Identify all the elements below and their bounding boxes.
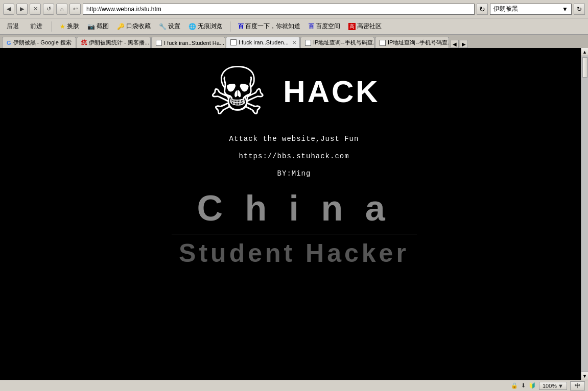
tab-1-favicon: G (7, 40, 11, 46)
tab-5[interactable]: IP地址查询--手机号码查... ✕ (300, 37, 374, 48)
refresh-button[interactable]: ↺ (43, 4, 54, 15)
settings-icon: 🔧 (159, 23, 167, 30)
skull-hack-area: ☠ HACK (208, 58, 380, 125)
swap-label: 换肤 (67, 22, 79, 31)
nav-bar: ◀ ▶ ✕ ↺ ⌂ ↩ ↻ 伊朗被黑 ▼ ↻ (0, 0, 588, 18)
settings-button[interactable]: 🔧 设置 (157, 21, 182, 32)
go-button[interactable]: ↻ (477, 4, 488, 15)
address-bar-container (83, 4, 475, 15)
forward-tool-button[interactable]: 前进 (27, 20, 46, 33)
address-input[interactable] (83, 4, 475, 15)
browser-window: ◀ ▶ ✕ ↺ ⌂ ↩ ↻ 伊朗被黑 ▼ ↻ 后退 前进 ★ 换肤 📷 截图 (0, 0, 588, 391)
scrollbar: ▲ ▼ (581, 48, 588, 380)
tab-6[interactable]: IP地址查询--手机号码查... ✕ (375, 37, 449, 48)
pocket-label: 口袋收藏 (126, 22, 151, 31)
screenshot-label: 截图 (97, 22, 109, 31)
url-text: https://bbs.stuhack.com (239, 152, 349, 160)
baidu-label: 百度一下，你就知道 (245, 22, 300, 31)
attack-text: Attack the website,Just Fun (229, 135, 359, 143)
stop-button[interactable]: ✕ (30, 4, 41, 15)
baidukong-link[interactable]: 百 百度空间 (307, 21, 342, 32)
by-text: BY:Ming (277, 169, 311, 178)
zoom-button[interactable]: 100% ▼ (539, 382, 567, 390)
favorites-button[interactable]: ★ 换肤 (58, 21, 81, 32)
forward-tool-label: 前进 (30, 22, 42, 31)
star-icon: ★ (60, 23, 65, 30)
tab-2[interactable]: 统 伊朗被黑统计 - 黑客播... ✕ (77, 37, 151, 48)
status-right: 🔒 ⬇ 🔰 100% ▼ 中 (511, 381, 585, 390)
back-tool-button[interactable]: 后退 (3, 20, 22, 33)
home-button[interactable]: ⌂ (56, 4, 67, 15)
toolbar: 后退 前进 ★ 换肤 📷 截图 🔑 口袋收藏 🔧 设置 🌐 无痕浏览 百 百 (0, 18, 588, 35)
forward-button[interactable]: ▶ (16, 4, 28, 15)
tabs-bar: G 伊朗被黑 - Google 搜索 ✕ 统 伊朗被黑统计 - 黑客播... ✕… (0, 35, 588, 48)
scroll-thumb[interactable] (582, 57, 587, 78)
tab-next-arrow[interactable]: ▶ (460, 40, 468, 48)
zoom-dropdown-icon: ▼ (558, 383, 563, 389)
toolbar-separator-1 (52, 21, 52, 32)
tab-4[interactable]: I fuck iran..Studen... ✕ (226, 37, 300, 48)
divider-line (172, 234, 417, 234)
gaomi-link[interactable]: 高 高密社区 (346, 21, 384, 32)
status-bar: 🔒 ⬇ 🔰 100% ▼ 中 (0, 380, 588, 391)
tab-3-checkbox (156, 40, 162, 46)
gaomi-label: 高密社区 (357, 22, 382, 31)
shield-icon: 🔰 (529, 382, 536, 389)
china-text: C h i n a (197, 188, 391, 229)
tab-5-checkbox (305, 40, 311, 46)
screenshot-button[interactable]: 📷 截图 (85, 21, 111, 32)
tab-prev-arrow[interactable]: ◀ (451, 40, 459, 48)
tab-1[interactable]: G 伊朗被黑 - Google 搜索 ✕ (2, 37, 76, 48)
clean-browse-button[interactable]: 🌐 无痕浏览 (186, 21, 224, 32)
tab-4-checkbox (230, 39, 237, 45)
back-tool-label: 后退 (7, 22, 19, 31)
back-button[interactable]: ◀ (3, 4, 14, 15)
camera-icon: 📷 (87, 23, 95, 30)
input-label: 中 (575, 382, 580, 389)
tab-2-favicon: 统 (81, 39, 87, 46)
tab-3-label: I fuck iran..Student Ha... (164, 40, 224, 46)
baidu-link[interactable]: 百 百度一下，你就知道 (236, 21, 302, 32)
tab-1-close[interactable]: ✕ (75, 40, 76, 45)
tab-4-close[interactable]: ✕ (292, 40, 296, 45)
undo-button[interactable]: ↩ (69, 4, 81, 15)
search-dropdown-icon: ▼ (562, 6, 568, 13)
input-method-button[interactable]: 中 (570, 381, 585, 390)
settings-label: 设置 (168, 22, 180, 31)
baidu-icon: 百 (238, 22, 244, 30)
toolbar-separator-2 (230, 21, 230, 32)
scroll-up-button[interactable]: ▲ (581, 48, 588, 56)
search-go-button[interactable]: ↻ (574, 4, 585, 15)
tab-1-label: 伊朗被黑 - Google 搜索 (13, 39, 72, 46)
tab-6-label: IP地址查询--手机号码查... (388, 39, 449, 46)
baidukong-label: 百度空间 (316, 22, 340, 31)
pocket-button[interactable]: 🔑 口袋收藏 (115, 21, 153, 32)
scroll-down-button[interactable]: ▼ (581, 372, 588, 380)
tab-nav-arrows: ◀ ▶ (451, 40, 468, 48)
page-content: ☠ HACK Attack the website,Just Fun https… (0, 48, 588, 380)
pocket-icon: 🔑 (117, 23, 125, 30)
search-text: 伊朗被黑 (493, 5, 518, 13)
download-icon: ⬇ (521, 382, 526, 389)
zoom-level: 100% (543, 383, 557, 389)
skull-icon: ☠ (208, 58, 268, 125)
tab-3[interactable]: I fuck iran..Student Ha... ✕ (151, 37, 225, 48)
lock-icon: 🔒 (511, 382, 518, 389)
baidukong-icon: 百 (309, 22, 314, 30)
tab-4-label: I fuck iran..Studen... (239, 39, 289, 45)
clean-label: 无痕浏览 (198, 22, 222, 31)
gaomi-icon: 高 (348, 23, 356, 30)
tab-5-label: IP地址查询--手机号码查... (313, 39, 374, 46)
tab-6-checkbox (380, 40, 386, 46)
student-hacker-text: Student Hacker (179, 238, 409, 268)
search-bar-container[interactable]: 伊朗被黑 ▼ (490, 4, 572, 15)
tab-2-label: 伊朗被黑统计 - 黑客播... (89, 39, 149, 46)
clean-icon: 🌐 (189, 23, 196, 30)
scroll-track (581, 56, 588, 372)
hack-label: HACK (283, 74, 380, 109)
